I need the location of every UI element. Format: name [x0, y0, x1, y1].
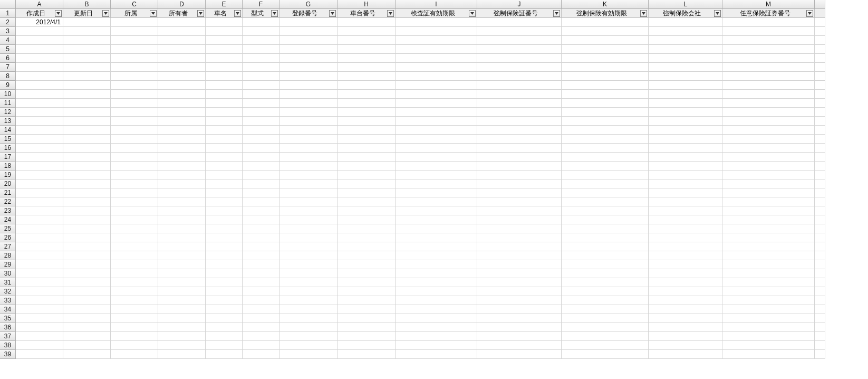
cell[interactable]	[111, 99, 158, 108]
cell[interactable]	[279, 162, 337, 170]
cell[interactable]	[63, 179, 111, 188]
cell[interactable]	[396, 197, 477, 206]
cell[interactable]	[477, 278, 562, 287]
cell[interactable]	[815, 153, 825, 162]
cell[interactable]	[111, 36, 158, 45]
cell[interactable]	[111, 305, 158, 314]
cell[interactable]	[562, 81, 649, 90]
cell[interactable]	[158, 332, 206, 341]
cell[interactable]	[815, 135, 825, 144]
cell[interactable]	[63, 350, 111, 359]
cell[interactable]	[649, 332, 722, 341]
cell[interactable]	[111, 81, 158, 90]
cell[interactable]	[337, 135, 396, 144]
cell[interactable]	[722, 224, 815, 233]
select-all-corner[interactable]	[0, 0, 16, 9]
column-header[interactable]: A	[16, 0, 63, 9]
cell[interactable]	[337, 224, 396, 233]
cell[interactable]	[337, 99, 396, 108]
cell[interactable]	[337, 233, 396, 242]
cell[interactable]	[111, 269, 158, 278]
cell[interactable]	[477, 45, 562, 54]
cell[interactable]	[63, 135, 111, 144]
cell[interactable]	[815, 341, 825, 350]
cell[interactable]	[243, 63, 279, 72]
cell[interactable]	[562, 144, 649, 153]
cell[interactable]	[477, 126, 562, 135]
column-header[interactable]: B	[63, 0, 111, 9]
cell[interactable]	[16, 36, 63, 45]
column-header-extra[interactable]	[815, 0, 825, 9]
cell[interactable]	[722, 197, 815, 206]
cell[interactable]	[722, 332, 815, 341]
cell[interactable]	[396, 224, 477, 233]
cell[interactable]	[477, 27, 562, 36]
cell[interactable]	[16, 332, 63, 341]
cell[interactable]	[111, 188, 158, 197]
cell[interactable]	[63, 278, 111, 287]
cell[interactable]	[396, 260, 477, 269]
cell[interactable]	[815, 170, 825, 179]
cell[interactable]	[63, 153, 111, 162]
cell[interactable]	[279, 260, 337, 269]
cell[interactable]	[477, 18, 562, 27]
row-header[interactable]: 9	[0, 81, 16, 90]
cell[interactable]	[562, 72, 649, 81]
cell[interactable]	[158, 153, 206, 162]
cell[interactable]	[649, 260, 722, 269]
cell[interactable]	[477, 269, 562, 278]
cell[interactable]	[158, 18, 206, 27]
cell[interactable]	[206, 188, 243, 197]
cell[interactable]	[158, 170, 206, 179]
filter-dropdown-icon[interactable]	[387, 10, 394, 17]
cell[interactable]	[815, 269, 825, 278]
cell[interactable]	[477, 63, 562, 72]
cell[interactable]	[111, 72, 158, 81]
cell[interactable]	[815, 63, 825, 72]
cell[interactable]	[477, 81, 562, 90]
cell[interactable]	[649, 170, 722, 179]
cell[interactable]	[63, 90, 111, 99]
cell[interactable]	[477, 233, 562, 242]
cell[interactable]	[158, 81, 206, 90]
cell[interactable]	[16, 72, 63, 81]
cell[interactable]	[243, 197, 279, 206]
cell[interactable]	[206, 170, 243, 179]
cell[interactable]	[16, 108, 63, 117]
row-header[interactable]: 30	[0, 269, 16, 278]
cell[interactable]	[158, 63, 206, 72]
cell[interactable]	[337, 45, 396, 54]
cell[interactable]	[396, 63, 477, 72]
cell[interactable]	[63, 72, 111, 81]
cell[interactable]	[16, 314, 63, 323]
cell[interactable]	[337, 251, 396, 260]
filter-dropdown-icon[interactable]	[271, 10, 278, 17]
cell[interactable]	[337, 197, 396, 206]
cell[interactable]	[396, 278, 477, 287]
cell[interactable]	[337, 108, 396, 117]
cell[interactable]	[16, 117, 63, 126]
header-cell[interactable]: 強制保険会社	[649, 9, 722, 18]
cell[interactable]	[649, 179, 722, 188]
cell[interactable]	[206, 278, 243, 287]
cell[interactable]	[158, 224, 206, 233]
cell[interactable]	[16, 135, 63, 144]
column-header[interactable]: E	[206, 0, 243, 9]
cell[interactable]	[396, 323, 477, 332]
cell[interactable]	[649, 72, 722, 81]
cell[interactable]	[243, 251, 279, 260]
cell[interactable]	[63, 242, 111, 251]
cell[interactable]	[279, 278, 337, 287]
cell[interactable]	[562, 188, 649, 197]
cell[interactable]	[722, 242, 815, 251]
cell[interactable]	[279, 323, 337, 332]
cell[interactable]	[477, 314, 562, 323]
cell[interactable]	[158, 260, 206, 269]
cell[interactable]	[722, 170, 815, 179]
cell[interactable]	[815, 296, 825, 305]
cell[interactable]	[722, 251, 815, 260]
cell[interactable]	[477, 332, 562, 341]
cell[interactable]	[63, 197, 111, 206]
cell[interactable]	[337, 305, 396, 314]
column-header[interactable]: H	[337, 0, 396, 9]
